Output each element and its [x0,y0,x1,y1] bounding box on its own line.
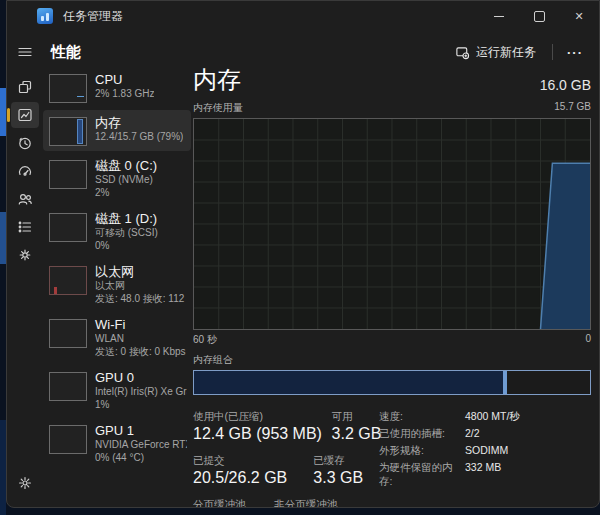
sidebar-item-stats: 12.4/15.7 GB (79%) [95,130,183,143]
sidebar-item-stats: 0% (44 °C) [95,451,187,464]
stat-label: 分页缓冲池 [193,498,248,508]
nav-services[interactable] [11,242,39,268]
sidebar-item-title: GPU 1 [95,423,187,438]
sidebar-item-subtitle: 以太网 [95,279,187,292]
sidebar-item-ethernet[interactable]: 以太网 以太网 发送: 48.0 接收: 112 K [43,259,191,310]
sidebar-item-title: 以太网 [95,264,187,279]
sidebar-item-title: 内存 [95,115,183,130]
history-clock-icon [17,135,33,151]
close-button[interactable]: ✕ [559,1,599,31]
nav-users[interactable] [11,186,39,212]
sidebar-item-subtitle: NVIDIA GeForce RTX [95,438,187,451]
minimize-button[interactable] [479,1,519,31]
nav-menu-button[interactable] [11,39,39,65]
sidebar-item-title: 磁盘 0 (C:) [95,158,157,173]
run-new-task-button[interactable]: 运行新任务 [445,40,546,65]
stat-label: 外形规格: [379,444,465,458]
titlebar[interactable]: 任务管理器 ✕ [7,1,599,31]
page-title: 性能 [51,43,81,62]
sidebar-item-subtitle: 可移动 (SCSI) [95,226,158,239]
sidebar-item-gpu0[interactable]: GPU 0 Intel(R) Iris(R) Xe Grap 1% [43,365,191,416]
sidebar-item-disk0[interactable]: 磁盘 0 (C:) SSD (NVMe) 2% [43,153,191,204]
sidebar-item-stats: 0% [95,239,158,252]
sidebar-item-cpu[interactable]: CPU 2% 1.83 GHz [43,67,191,108]
processes-icon [17,79,33,95]
run-new-task-label: 运行新任务 [476,44,536,61]
memory-mini-chart [49,117,87,146]
stat-value-committed: 20.5/26.2 GB [193,467,287,488]
chart-title: 内存使用量 [193,101,243,115]
performance-sidebar: CPU 2% 1.83 GHz 内存 12.4/15.7 GB (79%) 磁盘… [43,67,191,471]
stat-value-in-use: 12.4 GB (953 MB) [193,423,306,444]
sidebar-item-disk1[interactable]: 磁盘 1 (D:) 可移动 (SCSI) 0% [43,206,191,257]
startup-gauge-icon [17,163,33,179]
gpu1-mini-chart [49,425,87,454]
cpu-mini-chart [49,74,87,103]
chart-x-left-label: 60 秒 [193,333,217,347]
nav-performance[interactable] [11,102,39,128]
users-icon [17,191,33,207]
stat-label: 为硬件保留的内存: [379,461,465,489]
window-title: 任务管理器 [63,8,123,25]
sidebar-item-gpu1[interactable]: GPU 1 NVIDIA GeForce RTX 0% (44 °C) [43,418,191,469]
stat-label: 已缓存 [313,454,363,467]
memory-usage-chart[interactable] [193,118,591,330]
stat-value-slots-used: 2/2 [465,427,480,441]
nav-app-history[interactable] [11,130,39,156]
sidebar-item-stats: 2% 1.83 GHz [95,87,154,100]
stat-value-form-factor: SODIMM [465,444,508,458]
stat-label: 已使用的插槽: [379,427,465,441]
nav-details[interactable] [11,214,39,240]
sidebar-item-stats: 发送: 0 接收: 0 Kbps [95,345,186,358]
chart-x-right-label: 0 [585,333,591,347]
sidebar-item-title: 磁盘 1 (D:) [95,211,158,226]
memory-composition-bar[interactable] [193,370,591,395]
maximize-icon [534,11,545,22]
navigation-rail [7,31,43,507]
sidebar-item-title: CPU [95,72,154,87]
details-list-icon [17,219,33,235]
memory-detail-pane: 内存 16.0 GB 内存使用量 15.7 GB 60 秒 0 内存组合 使用中… [193,67,591,508]
stat-label: 速度: [379,410,465,424]
settings-button[interactable] [11,470,39,496]
nav-processes[interactable] [11,74,39,100]
memory-usage-area-chart [194,119,590,329]
sidebar-item-title: GPU 0 [95,370,187,385]
composition-used-segment [194,371,507,394]
memory-stats-left: 使用中(已压缩) 12.4 GB (953 MB) 可用 3.2 GB 已提交 … [193,410,375,508]
stat-value-cached: 3.3 GB [313,467,363,488]
settings-gear-icon [17,475,33,491]
sidebar-item-wifi[interactable]: Wi-Fi WLAN 发送: 0 接收: 0 Kbps [43,312,191,363]
sidebar-item-stats: 1% [95,398,187,411]
sidebar-item-stats: 发送: 48.0 接收: 112 K [95,292,187,305]
stat-label: 可用 [332,410,375,423]
chart-y-max-label: 15.7 GB [554,101,591,115]
memory-composition-label: 内存组合 [193,353,591,367]
sidebar-item-subtitle: Intel(R) Iris(R) Xe Grap [95,385,187,398]
stat-value-available: 3.2 GB [332,423,375,444]
sidebar-item-title: Wi-Fi [95,317,186,332]
more-options-button[interactable]: ··· [559,43,591,62]
minimize-icon [494,16,504,17]
hamburger-icon [17,44,33,60]
stat-label: 已提交 [193,454,287,467]
memory-pane-title: 内存 [193,67,241,93]
stat-label: 非分页缓冲池 [274,498,337,508]
run-new-task-icon [455,45,470,60]
disk0-mini-chart [49,160,87,189]
memory-total-capacity: 16.0 GB [540,77,591,93]
sidebar-item-stats: 2% [95,186,157,199]
sidebar-item-memory[interactable]: 内存 12.4/15.7 GB (79%) [43,110,191,151]
close-icon: ✕ [574,10,583,23]
stat-label: 使用中(已压缩) [193,410,306,423]
nav-startup-apps[interactable] [11,158,39,184]
maximize-button[interactable] [519,1,559,31]
memory-stats-right: 速度: 4800 MT/秒 已使用的插槽: 2/2 外形规格: SODIMM 为… [379,410,520,508]
ethernet-mini-chart [49,266,87,295]
wifi-mini-chart [49,319,87,348]
gpu0-mini-chart [49,372,87,401]
disk1-mini-chart [49,213,87,242]
performance-icon [17,107,33,123]
toolbar-divider [552,44,553,60]
sidebar-item-subtitle: SSD (NVMe) [95,173,157,186]
